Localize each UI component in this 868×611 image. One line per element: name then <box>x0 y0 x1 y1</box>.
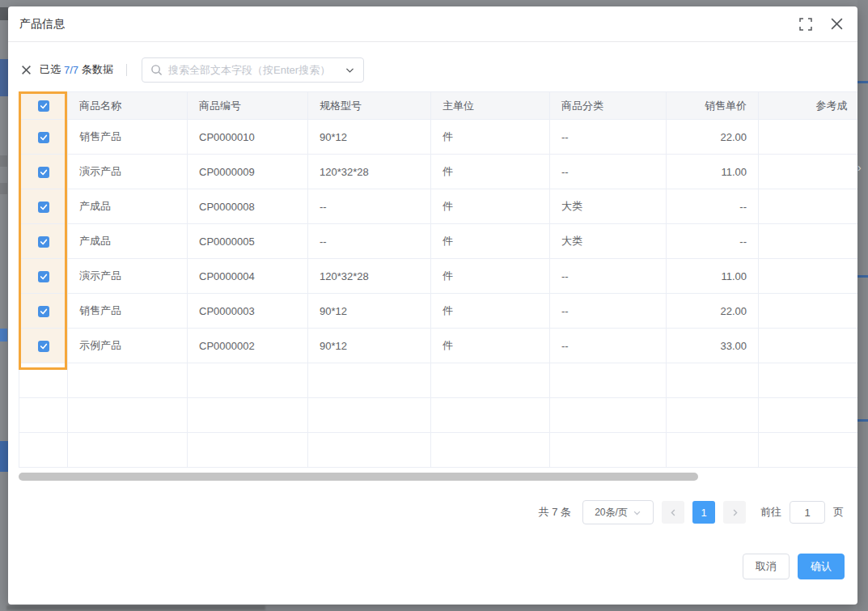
table-cell: -- <box>667 224 759 259</box>
product-info-dialog: 产品信息 已选 7/7 条数据 <box>8 6 857 605</box>
table-cell: -- <box>550 294 667 329</box>
empty-cell <box>68 433 188 468</box>
table-cell: CP0000002 <box>188 329 308 363</box>
table-cell: 90*12 <box>308 294 431 329</box>
row-checkbox[interactable] <box>38 132 49 143</box>
empty-cell <box>550 363 667 398</box>
empty-cell <box>667 363 759 398</box>
table-cell: -- <box>550 120 667 155</box>
row-checkbox[interactable] <box>38 236 49 248</box>
table-cell <box>759 224 858 259</box>
chevron-down-icon[interactable] <box>345 65 355 75</box>
row-select-cell <box>19 120 68 155</box>
table-row[interactable]: 销售产品CP000001090*12件--22.00 <box>19 120 858 155</box>
empty-cell <box>308 398 431 433</box>
table-cell: -- <box>550 329 667 363</box>
search-input[interactable] <box>168 64 341 76</box>
empty-cell <box>68 363 188 398</box>
table-row[interactable]: 产成品CP0000008--件大类-- <box>19 189 858 224</box>
clear-selection-icon[interactable] <box>19 63 32 76</box>
pagination: 共 7 条 20条/页 1 前往 页 <box>8 500 857 524</box>
column-header: 主单位 <box>431 92 550 120</box>
table-cell: 演示产品 <box>68 155 188 189</box>
table-cell: CP0000010 <box>188 120 308 155</box>
goto-label: 前往 <box>760 505 781 520</box>
dialog-header: 产品信息 <box>8 6 857 42</box>
chevron-left-icon <box>669 508 678 517</box>
goto-page-input[interactable] <box>790 501 825 524</box>
table-cell: 演示产品 <box>68 259 188 294</box>
total-count: 共 7 条 <box>539 505 571 520</box>
table-cell: 件 <box>431 155 550 189</box>
row-checkbox[interactable] <box>38 202 49 213</box>
empty-cell <box>188 398 308 433</box>
dialog-title: 产品信息 <box>19 17 65 32</box>
empty-row <box>19 363 858 398</box>
select-all-checkbox[interactable] <box>38 100 49 112</box>
backdrop-fragment <box>0 59 8 96</box>
table-cell: 产成品 <box>68 224 188 259</box>
table-row[interactable]: 演示产品CP0000009120*32*28件--11.00 <box>19 155 858 189</box>
search-box[interactable] <box>142 57 364 83</box>
table-row[interactable]: 销售产品CP000000390*12件--22.00 <box>19 294 858 329</box>
table-cell: 销售产品 <box>68 294 188 329</box>
row-select-cell <box>19 155 68 189</box>
table-cell: 33.00 <box>667 329 759 363</box>
table-cell: -- <box>667 189 759 224</box>
column-header: 销售单价 <box>667 92 759 120</box>
table-cell: CP0000005 <box>188 224 308 259</box>
table-cell: -- <box>308 224 431 259</box>
backdrop-chevron: › <box>857 160 867 175</box>
table-row[interactable]: 示例产品CP000000290*12件--33.00 <box>19 329 858 363</box>
row-select-cell <box>19 189 68 224</box>
table-cell <box>759 120 858 155</box>
selected-suffix: 条数据 <box>82 62 113 77</box>
prev-page-button[interactable] <box>662 501 684 524</box>
row-select-cell <box>19 259 68 294</box>
empty-cell <box>308 363 431 398</box>
row-checkbox[interactable] <box>38 306 49 317</box>
empty-cell <box>68 398 188 433</box>
selected-label: 已选 <box>40 62 61 77</box>
empty-cell <box>19 433 68 468</box>
fullscreen-icon[interactable] <box>798 16 814 32</box>
table-cell: 件 <box>431 259 550 294</box>
backdrop-fragment <box>6 605 265 610</box>
table-cell: 大类 <box>550 224 667 259</box>
empty-row <box>19 398 858 433</box>
empty-cell <box>431 398 550 433</box>
table-cell: CP0000008 <box>188 189 308 224</box>
scrollbar-thumb[interactable] <box>19 473 698 481</box>
empty-cell <box>667 433 759 468</box>
table-cell <box>759 329 858 363</box>
page-button-1[interactable]: 1 <box>692 501 715 524</box>
table-cell: 件 <box>431 120 550 155</box>
row-checkbox[interactable] <box>38 271 49 282</box>
cancel-button[interactable]: 取消 <box>743 554 790 579</box>
close-icon[interactable] <box>828 16 845 32</box>
table-cell: CP0000009 <box>188 155 308 189</box>
table-cell: -- <box>308 189 431 224</box>
confirm-button[interactable]: 确认 <box>798 554 845 579</box>
table-cell: 22.00 <box>667 294 759 329</box>
table-row[interactable]: 产成品CP0000005--件大类-- <box>19 224 858 259</box>
row-checkbox[interactable] <box>38 341 49 352</box>
empty-cell <box>431 433 550 468</box>
divider <box>126 64 127 76</box>
table-cell: 90*12 <box>308 329 431 363</box>
backdrop-fragment <box>0 155 7 167</box>
row-checkbox[interactable] <box>38 167 49 178</box>
column-header: 商品分类 <box>550 92 667 120</box>
empty-cell <box>19 398 68 433</box>
table-cell: CP0000003 <box>188 294 308 329</box>
empty-cell <box>188 363 308 398</box>
empty-cell <box>308 433 431 468</box>
column-header: 商品名称 <box>68 92 188 120</box>
backdrop-fragment <box>0 329 7 342</box>
next-page-button[interactable] <box>723 501 746 524</box>
empty-cell <box>19 363 68 398</box>
table-row[interactable]: 演示产品CP0000004120*32*28件--11.00 <box>19 259 858 294</box>
table-cell: 示例产品 <box>68 329 188 363</box>
empty-cell <box>759 398 858 433</box>
page-size-select[interactable]: 20条/页 <box>582 500 654 524</box>
